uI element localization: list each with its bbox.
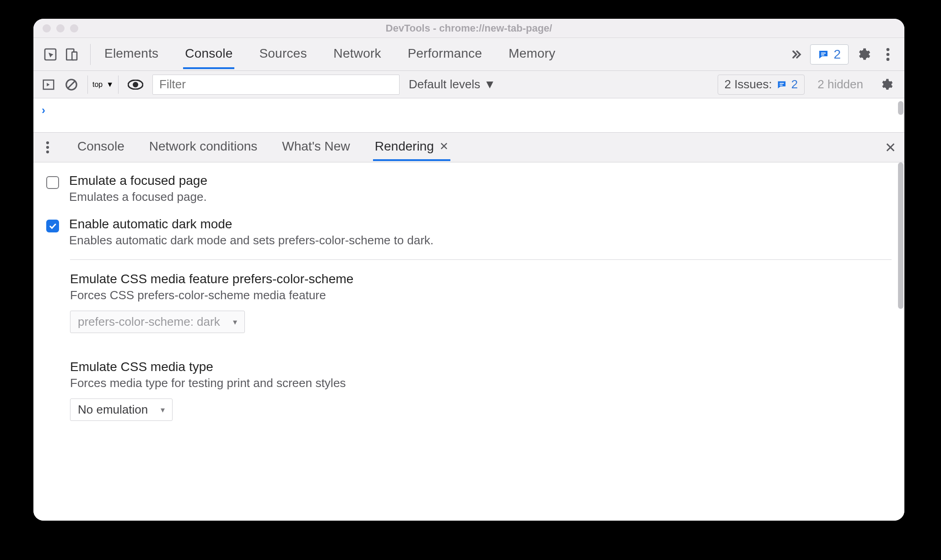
setting-title: Emulate CSS media feature prefers-color-…	[70, 272, 892, 286]
chevron-down-icon: ▾	[161, 405, 165, 415]
devtools-window: DevTools - chrome://new-tab-page/ Elemen…	[33, 19, 904, 521]
issues-badge-count: 2	[833, 47, 841, 62]
svg-rect-4	[821, 54, 824, 55]
tab-performance[interactable]: Performance	[406, 40, 484, 69]
console-settings-gear-icon[interactable]	[876, 78, 896, 92]
live-expression-icon[interactable]	[128, 80, 143, 90]
tab-sources[interactable]: Sources	[257, 40, 308, 69]
filter-input[interactable]	[152, 75, 400, 95]
log-levels-selector[interactable]: Default levels ▼	[409, 77, 496, 92]
svg-point-16	[46, 151, 49, 153]
close-drawer-icon[interactable]: ✕	[885, 140, 896, 156]
context-selector-label: top	[92, 81, 103, 89]
setting-prefers-color-scheme: Emulate CSS media feature prefers-color-…	[33, 265, 904, 339]
svg-rect-12	[779, 83, 784, 84]
context-selector[interactable]: top ▼	[87, 75, 119, 94]
setting-title: Emulate a focused page	[69, 173, 207, 188]
drawer-more-icon[interactable]	[41, 140, 54, 154]
select-prefers-color-scheme[interactable]: prefers-color-scheme: dark ▾	[70, 311, 245, 333]
setting-title: Enable automatic dark mode	[69, 217, 433, 232]
clear-console-icon[interactable]	[65, 78, 78, 92]
console-toolbar: top ▼ Default levels ▼ 2 Issues: 2 2 hid…	[33, 71, 904, 98]
checkbox-focused-page[interactable]	[46, 176, 59, 189]
setting-desc: Emulates a focused page.	[69, 190, 207, 204]
divider	[70, 259, 892, 260]
window-titlebar: DevTools - chrome://new-tab-page/	[33, 19, 904, 38]
tab-memory[interactable]: Memory	[507, 40, 557, 69]
tab-network[interactable]: Network	[332, 40, 383, 69]
setting-media-type: Emulate CSS media type Forces media type…	[33, 353, 904, 427]
issues-badge[interactable]: 2	[810, 44, 849, 65]
tab-console[interactable]: Console	[183, 40, 234, 69]
more-options-icon[interactable]	[878, 47, 898, 62]
overflow-tabs-icon[interactable]	[783, 48, 810, 61]
svg-rect-3	[821, 53, 826, 54]
select-media-type[interactable]: No emulation ▾	[70, 398, 173, 421]
svg-point-14	[46, 141, 49, 144]
rendering-panel: Emulate a focused page Emulates a focuse…	[33, 162, 904, 521]
svg-rect-2	[72, 52, 77, 59]
chevron-down-icon: ▼	[106, 81, 114, 89]
console-sidebar-toggle-icon[interactable]	[42, 78, 55, 92]
chevron-down-icon: ▼	[484, 77, 496, 92]
setting-title: Emulate CSS media type	[70, 360, 892, 374]
scrollbar-thumb[interactable]	[898, 101, 903, 115]
setting-desc: Forces CSS prefers-color-scheme media fe…	[70, 288, 892, 302]
setting-desc: Enables automatic dark mode and sets pre…	[69, 233, 433, 248]
issues-counter-count: 2	[791, 77, 798, 92]
svg-rect-13	[779, 85, 782, 86]
drawer-tab-rendering[interactable]: Rendering ✕	[373, 134, 450, 161]
inspect-element-icon[interactable]	[40, 44, 61, 65]
hidden-messages-label[interactable]: 2 hidden	[814, 77, 867, 92]
message-icon	[777, 80, 787, 90]
drawer-tab-whats-new[interactable]: What's New	[280, 134, 352, 161]
log-levels-label: Default levels	[409, 77, 480, 92]
main-tabstrip: Elements Console Sources Network Perform…	[33, 38, 904, 71]
console-prompt-area[interactable]: ›	[33, 98, 904, 132]
prompt-chevron-icon: ›	[42, 104, 45, 117]
chevron-down-icon: ▾	[233, 317, 237, 327]
svg-point-11	[133, 82, 138, 87]
svg-point-15	[46, 146, 49, 149]
window-title: DevTools - chrome://new-tab-page/	[33, 22, 904, 34]
close-tab-icon[interactable]: ✕	[439, 140, 449, 153]
setting-desc: Forces media type for testing print and …	[70, 376, 892, 390]
scrollbar-thumb[interactable]	[898, 162, 903, 309]
select-value: No emulation	[78, 403, 148, 417]
setting-emulate-focused-page: Emulate a focused page Emulates a focuse…	[33, 167, 904, 210]
toolbar-left	[40, 44, 91, 65]
issues-counter-label: 2 Issues:	[725, 77, 772, 92]
svg-point-7	[887, 58, 890, 61]
select-value: prefers-color-scheme: dark	[78, 315, 220, 329]
message-icon	[818, 49, 829, 60]
settings-gear-icon[interactable]	[853, 47, 873, 62]
svg-point-5	[887, 48, 890, 51]
svg-point-6	[887, 53, 890, 56]
setting-auto-dark-mode: Enable automatic dark mode Enables autom…	[33, 210, 904, 254]
tab-elements[interactable]: Elements	[103, 40, 160, 69]
main-tabs: Elements Console Sources Network Perform…	[103, 40, 557, 69]
drawer-tab-rendering-label: Rendering	[375, 139, 434, 154]
check-icon	[49, 222, 57, 230]
drawer-tabstrip: Console Network conditions What's New Re…	[33, 132, 904, 162]
drawer-tab-network-conditions[interactable]: Network conditions	[147, 134, 260, 161]
drawer-tab-console[interactable]: Console	[76, 134, 126, 161]
device-toolbar-icon[interactable]	[61, 44, 82, 65]
checkbox-auto-dark-mode[interactable]	[46, 220, 59, 232]
issues-counter[interactable]: 2 Issues: 2	[718, 75, 805, 95]
